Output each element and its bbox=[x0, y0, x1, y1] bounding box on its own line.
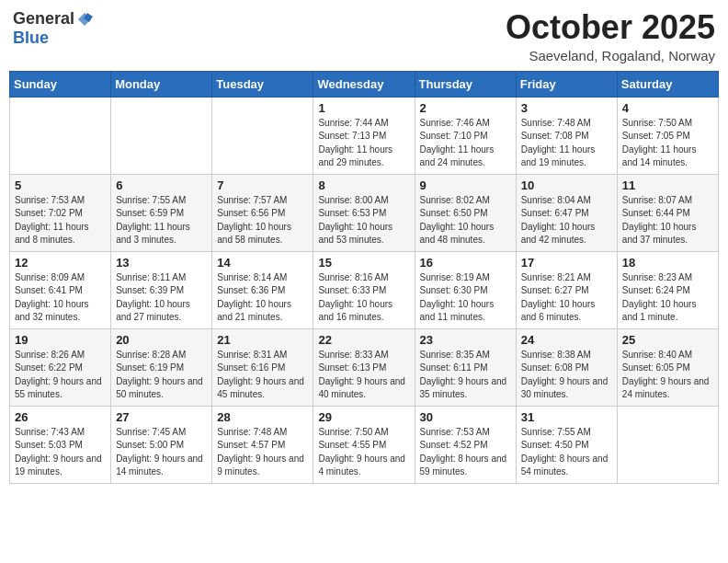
calendar-header-row: SundayMondayTuesdayWednesdayThursdayFrid… bbox=[10, 71, 719, 97]
day-info: Sunrise: 8:35 AM Sunset: 6:11 PM Dayligh… bbox=[420, 349, 511, 402]
calendar-cell: 16Sunrise: 8:19 AM Sunset: 6:30 PM Dayli… bbox=[415, 251, 516, 328]
day-info: Sunrise: 8:23 AM Sunset: 6:24 PM Dayligh… bbox=[622, 271, 713, 325]
day-info: Sunrise: 8:11 AM Sunset: 6:39 PM Dayligh… bbox=[116, 271, 207, 325]
calendar-cell: 19Sunrise: 8:26 AM Sunset: 6:22 PM Dayli… bbox=[10, 328, 111, 406]
day-number: 12 bbox=[15, 256, 106, 270]
calendar-week-1: 5Sunrise: 7:53 AM Sunset: 7:02 PM Daylig… bbox=[10, 174, 719, 251]
day-info: Sunrise: 7:44 AM Sunset: 7:13 PM Dayligh… bbox=[318, 117, 409, 170]
header-tuesday: Tuesday bbox=[212, 71, 313, 97]
day-info: Sunrise: 7:50 AM Sunset: 4:55 PM Dayligh… bbox=[318, 426, 409, 479]
day-number: 30 bbox=[420, 410, 511, 424]
location-text: Saeveland, Rogaland, Norway bbox=[506, 48, 715, 63]
day-number: 5 bbox=[15, 178, 106, 192]
calendar-cell: 27Sunrise: 7:45 AM Sunset: 5:00 PM Dayli… bbox=[111, 406, 212, 483]
day-info: Sunrise: 8:04 AM Sunset: 6:47 PM Dayligh… bbox=[521, 194, 612, 247]
day-info: Sunrise: 8:33 AM Sunset: 6:13 PM Dayligh… bbox=[318, 349, 409, 402]
day-info: Sunrise: 8:26 AM Sunset: 6:22 PM Dayligh… bbox=[15, 349, 106, 402]
day-info: Sunrise: 7:45 AM Sunset: 5:00 PM Dayligh… bbox=[116, 426, 207, 479]
day-info: Sunrise: 8:19 AM Sunset: 6:30 PM Dayligh… bbox=[420, 271, 511, 325]
calendar-week-3: 19Sunrise: 8:26 AM Sunset: 6:22 PM Dayli… bbox=[10, 328, 719, 406]
day-info: Sunrise: 7:48 AM Sunset: 4:57 PM Dayligh… bbox=[217, 426, 308, 479]
day-info: Sunrise: 8:28 AM Sunset: 6:19 PM Dayligh… bbox=[116, 349, 207, 402]
calendar-cell: 14Sunrise: 8:14 AM Sunset: 6:36 PM Dayli… bbox=[212, 251, 313, 328]
calendar-cell: 9Sunrise: 8:02 AM Sunset: 6:50 PM Daylig… bbox=[415, 174, 516, 251]
calendar-cell bbox=[111, 97, 212, 174]
logo: General Blue bbox=[13, 9, 93, 48]
day-number: 29 bbox=[318, 410, 409, 424]
day-number: 6 bbox=[116, 178, 207, 192]
day-info: Sunrise: 7:48 AM Sunset: 7:08 PM Dayligh… bbox=[521, 117, 612, 170]
header-monday: Monday bbox=[111, 71, 212, 97]
logo-general-text: General bbox=[13, 9, 74, 29]
day-number: 4 bbox=[622, 101, 713, 115]
day-info: Sunrise: 8:16 AM Sunset: 6:33 PM Dayligh… bbox=[318, 271, 409, 325]
day-info: Sunrise: 8:21 AM Sunset: 6:27 PM Dayligh… bbox=[521, 271, 612, 325]
page-header: General Blue October 2025 Saeveland, Rog… bbox=[9, 9, 719, 63]
day-number: 17 bbox=[521, 256, 612, 270]
day-info: Sunrise: 7:53 AM Sunset: 7:02 PM Dayligh… bbox=[15, 194, 106, 247]
day-number: 15 bbox=[318, 256, 409, 270]
calendar-cell: 17Sunrise: 8:21 AM Sunset: 6:27 PM Dayli… bbox=[516, 251, 617, 328]
day-number: 23 bbox=[420, 333, 511, 347]
day-number: 14 bbox=[217, 256, 308, 270]
day-number: 24 bbox=[521, 333, 612, 347]
day-number: 28 bbox=[217, 410, 308, 424]
day-number: 1 bbox=[318, 101, 409, 115]
month-title: October 2025 bbox=[506, 9, 715, 46]
calendar-cell: 30Sunrise: 7:53 AM Sunset: 4:52 PM Dayli… bbox=[415, 406, 516, 483]
day-number: 7 bbox=[217, 178, 308, 192]
header-saturday: Saturday bbox=[617, 71, 718, 97]
day-number: 16 bbox=[420, 256, 511, 270]
day-info: Sunrise: 7:50 AM Sunset: 7:05 PM Dayligh… bbox=[622, 117, 713, 170]
calendar-cell: 5Sunrise: 7:53 AM Sunset: 7:02 PM Daylig… bbox=[10, 174, 111, 251]
day-info: Sunrise: 7:57 AM Sunset: 6:56 PM Dayligh… bbox=[217, 194, 308, 247]
calendar-cell: 31Sunrise: 7:55 AM Sunset: 4:50 PM Dayli… bbox=[516, 406, 617, 483]
day-number: 9 bbox=[420, 178, 511, 192]
calendar-cell bbox=[617, 406, 718, 483]
title-block: October 2025 Saeveland, Rogaland, Norway bbox=[506, 9, 715, 63]
header-friday: Friday bbox=[516, 71, 617, 97]
day-number: 3 bbox=[521, 101, 612, 115]
day-number: 31 bbox=[521, 410, 612, 424]
day-info: Sunrise: 8:31 AM Sunset: 6:16 PM Dayligh… bbox=[217, 349, 308, 402]
calendar-week-2: 12Sunrise: 8:09 AM Sunset: 6:41 PM Dayli… bbox=[10, 251, 719, 328]
calendar-week-4: 26Sunrise: 7:43 AM Sunset: 5:03 PM Dayli… bbox=[10, 406, 719, 483]
logo-icon bbox=[76, 11, 93, 28]
calendar-cell: 23Sunrise: 8:35 AM Sunset: 6:11 PM Dayli… bbox=[415, 328, 516, 406]
calendar-cell: 15Sunrise: 8:16 AM Sunset: 6:33 PM Dayli… bbox=[313, 251, 415, 328]
calendar-cell: 25Sunrise: 8:40 AM Sunset: 6:05 PM Dayli… bbox=[617, 328, 718, 406]
calendar-cell: 8Sunrise: 8:00 AM Sunset: 6:53 PM Daylig… bbox=[313, 174, 415, 251]
calendar-cell: 24Sunrise: 8:38 AM Sunset: 6:08 PM Dayli… bbox=[516, 328, 617, 406]
day-info: Sunrise: 7:46 AM Sunset: 7:10 PM Dayligh… bbox=[420, 117, 511, 170]
day-number: 19 bbox=[15, 333, 106, 347]
calendar-cell: 4Sunrise: 7:50 AM Sunset: 7:05 PM Daylig… bbox=[617, 97, 718, 174]
calendar-cell: 1Sunrise: 7:44 AM Sunset: 7:13 PM Daylig… bbox=[313, 97, 415, 174]
day-number: 21 bbox=[217, 333, 308, 347]
day-info: Sunrise: 8:38 AM Sunset: 6:08 PM Dayligh… bbox=[521, 349, 612, 402]
header-thursday: Thursday bbox=[415, 71, 516, 97]
day-number: 2 bbox=[420, 101, 511, 115]
calendar-table: SundayMondayTuesdayWednesdayThursdayFrid… bbox=[9, 71, 719, 484]
day-number: 26 bbox=[15, 410, 106, 424]
calendar-cell: 28Sunrise: 7:48 AM Sunset: 4:57 PM Dayli… bbox=[212, 406, 313, 483]
calendar-cell: 20Sunrise: 8:28 AM Sunset: 6:19 PM Dayli… bbox=[111, 328, 212, 406]
day-number: 27 bbox=[116, 410, 207, 424]
calendar-cell: 13Sunrise: 8:11 AM Sunset: 6:39 PM Dayli… bbox=[111, 251, 212, 328]
calendar-cell: 21Sunrise: 8:31 AM Sunset: 6:16 PM Dayli… bbox=[212, 328, 313, 406]
calendar-cell: 10Sunrise: 8:04 AM Sunset: 6:47 PM Dayli… bbox=[516, 174, 617, 251]
day-info: Sunrise: 8:00 AM Sunset: 6:53 PM Dayligh… bbox=[318, 194, 409, 247]
calendar-cell: 22Sunrise: 8:33 AM Sunset: 6:13 PM Dayli… bbox=[313, 328, 415, 406]
day-info: Sunrise: 8:07 AM Sunset: 6:44 PM Dayligh… bbox=[622, 194, 713, 247]
day-number: 20 bbox=[116, 333, 207, 347]
header-wednesday: Wednesday bbox=[313, 71, 415, 97]
calendar-cell: 11Sunrise: 8:07 AM Sunset: 6:44 PM Dayli… bbox=[617, 174, 718, 251]
day-info: Sunrise: 7:43 AM Sunset: 5:03 PM Dayligh… bbox=[15, 426, 106, 479]
day-info: Sunrise: 7:55 AM Sunset: 4:50 PM Dayligh… bbox=[521, 426, 612, 479]
calendar-cell: 3Sunrise: 7:48 AM Sunset: 7:08 PM Daylig… bbox=[516, 97, 617, 174]
day-number: 25 bbox=[622, 333, 713, 347]
day-info: Sunrise: 8:02 AM Sunset: 6:50 PM Dayligh… bbox=[420, 194, 511, 247]
day-number: 11 bbox=[622, 178, 713, 192]
day-info: Sunrise: 8:40 AM Sunset: 6:05 PM Dayligh… bbox=[622, 349, 713, 402]
day-number: 8 bbox=[318, 178, 409, 192]
logo-blue-text: Blue bbox=[13, 29, 49, 48]
